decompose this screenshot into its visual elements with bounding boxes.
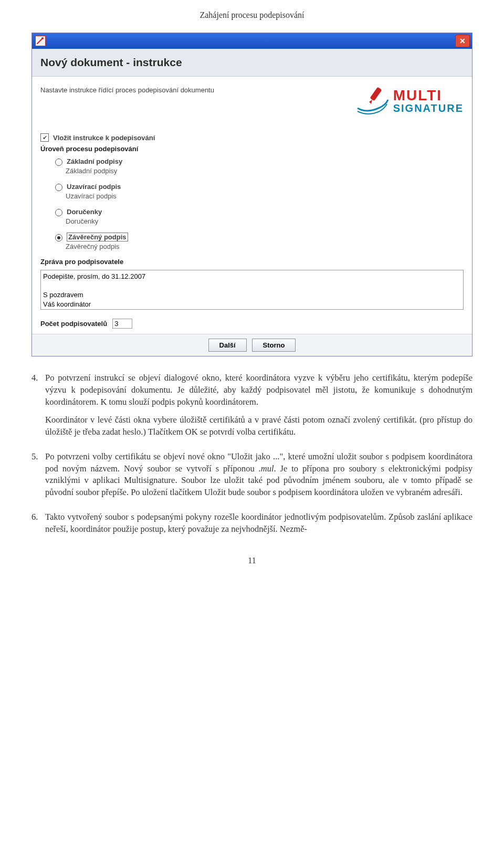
- logo-line2: SIGNATURE: [393, 103, 464, 113]
- radio-label: Závěrečný podpis: [67, 233, 128, 241]
- list-marker: 6.: [32, 511, 45, 542]
- cancel-button[interactable]: Storno: [252, 339, 296, 352]
- radio-icon: [55, 234, 62, 241]
- button-bar: Další Storno: [32, 334, 472, 356]
- radio-icon: [55, 209, 62, 216]
- radio-basic[interactable]: Základní podpisy: [55, 157, 464, 166]
- radio-icon: [55, 159, 62, 166]
- paragraph: Koordinátor v levé části okna vybere úlo…: [45, 414, 472, 438]
- paragraph: Po potvrzeni volby certifikátu se objeví…: [45, 451, 472, 499]
- list-marker: 4.: [32, 372, 45, 445]
- paragraph: Po potvrzení instrukcí se objeví dialogo…: [45, 372, 472, 408]
- radio-label: Uzavírací podpis: [67, 183, 121, 191]
- radio-label: Doručenky: [67, 208, 102, 216]
- signing-level-radiogroup: Základní podpisy Základní podpisy Uzavír…: [40, 157, 464, 250]
- svg-rect-1: [370, 87, 382, 101]
- svg-marker-2: [369, 100, 372, 104]
- count-label: Počet podpisovatelů: [40, 320, 107, 328]
- logo: MULTI SIGNATURE: [353, 84, 464, 118]
- dialog-intro: Nastavte instrukce řídící proces podepis…: [40, 84, 214, 94]
- next-button[interactable]: Další: [208, 339, 247, 352]
- radio-desc: Závěrečný podpis: [66, 243, 464, 250]
- page-number: 11: [32, 556, 472, 565]
- list-marker: 5.: [32, 451, 45, 505]
- signer-count-input[interactable]: [112, 319, 132, 329]
- checkbox-label: Vložit instrukce k podepisování: [53, 134, 155, 142]
- dialog-title: Nový dokument - instrukce: [32, 49, 472, 77]
- titlebar: ✕: [32, 33, 472, 49]
- message-textarea[interactable]: [40, 270, 464, 310]
- radio-label: Základní podpisy: [67, 157, 122, 165]
- radio-desc: Uzavírací podpis: [66, 192, 464, 200]
- logo-line1: MULTI: [393, 88, 464, 103]
- file-ext: .mul: [259, 464, 274, 474]
- list-item-5: 5. Po potvrzeni volby certifikátu se obj…: [32, 451, 472, 505]
- radio-final[interactable]: Závěrečný podpis: [55, 233, 464, 241]
- paragraph: Takto vytvořený soubor s podepsanými pok…: [45, 511, 472, 535]
- body-text: 4. Po potvrzení instrukcí se objeví dial…: [32, 372, 472, 541]
- level-heading: Úroveň procesu podepisování: [40, 145, 464, 153]
- radio-closing[interactable]: Uzavírací podpis: [55, 182, 464, 191]
- svg-point-0: [41, 37, 44, 39]
- pen-swoosh-icon: [353, 84, 390, 118]
- list-item-4: 4. Po potvrzení instrukcí se objeví dial…: [32, 372, 472, 445]
- radio-icon: [55, 184, 62, 191]
- close-button[interactable]: ✕: [455, 35, 470, 47]
- message-heading: Zpráva pro podpisovatele: [40, 258, 464, 266]
- radio-desc: Základní podpisy: [66, 167, 464, 175]
- radio-receipts[interactable]: Doručenky: [55, 207, 464, 216]
- list-item-6: 6. Takto vytvořený soubor s podepsanými …: [32, 511, 472, 542]
- insert-instructions-checkbox[interactable]: ✔ Vložit instrukce k podepisování: [40, 133, 464, 142]
- checkbox-icon: ✔: [40, 133, 49, 142]
- radio-desc: Doručenky: [66, 217, 464, 225]
- app-icon: [35, 36, 46, 46]
- dialog-window: ✕ Nový dokument - instrukce Nastavte ins…: [32, 33, 472, 356]
- page-header: Zahájení procesu podepisování: [32, 10, 472, 20]
